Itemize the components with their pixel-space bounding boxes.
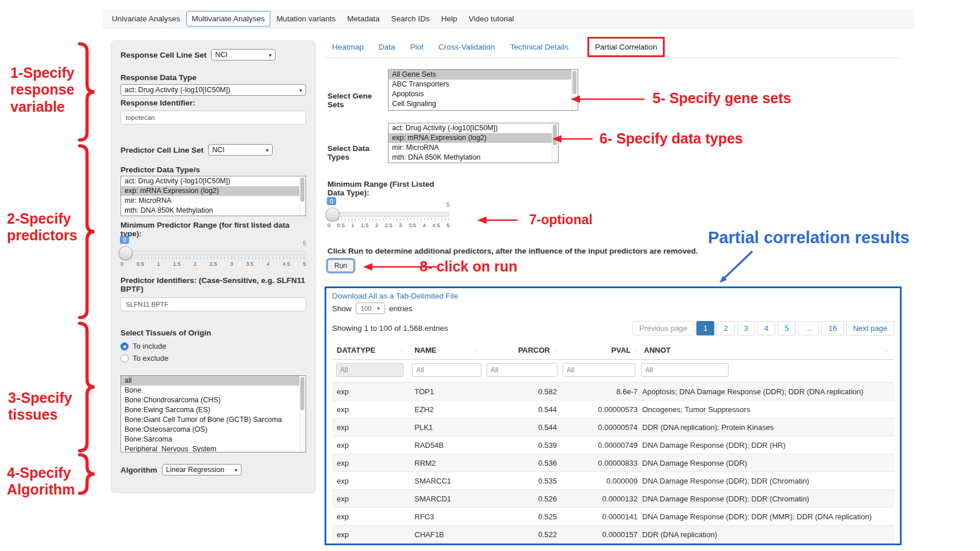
tick-label: 5 — [447, 222, 450, 228]
list-item[interactable]: Bone:Chondrosarcoma (CHS) — [121, 395, 306, 405]
predictor-identifiers-input[interactable] — [120, 297, 306, 311]
table-row[interactable]: exp RAD54B 0.539 0.00000749 DNA Damage R… — [332, 436, 894, 454]
header-pval[interactable]: PVAL↑↓ — [559, 341, 639, 359]
tick-label: 0 — [120, 261, 123, 267]
table-row[interactable]: exp SMARCD1 0.526 0.0000132 DNA Damage R… — [332, 490, 894, 508]
previous-page-button[interactable]: Previous page — [632, 321, 694, 335]
header-annot[interactable]: ANNOT↑↓ — [639, 341, 894, 359]
response-identifier-input[interactable] — [120, 111, 306, 124]
nav-tab-search-ids[interactable]: Search IDs — [385, 11, 435, 27]
sort-icon[interactable]: ↑↓ — [473, 347, 478, 353]
list-item-selected[interactable]: All Gene Sets — [389, 70, 578, 80]
scrollbar[interactable] — [552, 123, 558, 163]
page-button-16[interactable]: 16 — [821, 321, 843, 335]
next-page-button[interactable]: Next page — [846, 321, 894, 335]
table-row[interactable]: exp TOP1 0.582 8.6e-7 Apoptosis; DNA Dam… — [332, 383, 894, 401]
list-item[interactable]: Apoptosis — [389, 89, 578, 99]
cell-pval: 0.00000749 — [559, 441, 639, 450]
slider-handle[interactable] — [119, 246, 133, 260]
page-size-select[interactable]: 100 ▾ — [356, 303, 385, 314]
list-item[interactable]: Bone:Sarcoma — [121, 435, 306, 444]
tab-data[interactable]: Data — [371, 37, 403, 56]
page-button-4[interactable]: 4 — [757, 321, 775, 335]
header-parcor[interactable]: PARCOR↑↓ — [484, 341, 559, 359]
run-button[interactable]: Run — [327, 259, 354, 272]
filter-name-input[interactable] — [412, 363, 481, 377]
nav-tab-multivariate-analyses[interactable]: Multivariate Analyses — [186, 11, 271, 27]
tab-plot[interactable]: Plot — [402, 37, 431, 56]
scrollbar-thumb[interactable] — [553, 124, 557, 145]
list-item[interactable]: Bone:Osteosarcoma (OS) — [121, 425, 306, 435]
scrollbar-thumb[interactable] — [572, 71, 576, 94]
cell-name: RFC3 — [410, 512, 484, 521]
algorithm-select[interactable]: Linear Regression ▾ — [162, 464, 242, 475]
tab-technical-details[interactable]: Technical Details — [503, 37, 576, 56]
list-item[interactable]: mth: DNA 850K Methylation — [389, 153, 558, 163]
list-item[interactable]: Cell Signaling — [389, 99, 578, 109]
page-button-1[interactable]: 1 — [696, 321, 714, 335]
table-row[interactable]: exp RRM2 0.536 0.00000833 DNA Damage Res… — [332, 454, 894, 472]
radio-selected-icon — [120, 342, 129, 350]
filter-parcor-input[interactable] — [487, 363, 557, 377]
page-button-5[interactable]: 5 — [778, 321, 796, 335]
list-item[interactable]: mir: MicroRNA — [121, 196, 306, 206]
slider-handle[interactable] — [326, 207, 340, 221]
filter-datatype-input[interactable] — [336, 363, 404, 377]
tissue-include-label: To include — [133, 342, 167, 350]
nav-tab-metadata[interactable]: Metadata — [341, 11, 385, 27]
nav-tab-univariate-analyses[interactable]: Univariate Analyses — [106, 11, 186, 27]
header-name[interactable]: NAME↑↓ — [410, 341, 484, 359]
response-data-type-select[interactable]: act: Drug Activity (-log10[IC50M]) ▾ — [120, 84, 306, 96]
sort-icon[interactable]: ↑↓ — [553, 347, 557, 353]
sort-icon[interactable]: ↑↓ — [634, 347, 638, 353]
predictor-cell-line-set-select[interactable]: NCI ▾ — [208, 144, 273, 156]
table-row[interactable]: exp RFC3 0.525 0.0000141 DNA Damage Resp… — [332, 508, 894, 526]
list-item[interactable]: Peripheral_Nervous_System — [121, 444, 306, 452]
run-instruction: Click Run to determine additional predic… — [327, 247, 904, 255]
scrollbar[interactable] — [299, 376, 306, 452]
min-range-block: Minimum Range (First Listed Data Type): … — [327, 180, 466, 228]
tab-partial-correlation[interactable]: Partial Correlation — [587, 37, 665, 57]
tissue-exclude-radio[interactable]: To exclude — [120, 354, 306, 363]
tab-heatmap[interactable]: Heatmap — [325, 37, 371, 56]
scrollbar-thumb[interactable] — [300, 377, 304, 410]
list-item[interactable]: ABC Transporters — [389, 80, 578, 89]
filter-annot-input[interactable] — [641, 363, 729, 377]
slider-track[interactable] — [120, 251, 306, 255]
table-row[interactable]: exp CHAF1B 0.522 0.0000157 DDR (DNA repl… — [332, 526, 894, 544]
sort-icon[interactable]: ↑↓ — [884, 347, 888, 353]
scrollbar[interactable] — [299, 176, 306, 216]
download-all-link[interactable]: Download All as a Tab-Delimited File — [332, 292, 894, 300]
list-item[interactable]: act: Drug Activity (-log10[IC50M]) — [389, 123, 558, 133]
nav-tab-video-tutorial[interactable]: Video tutorial — [463, 11, 520, 27]
header-datatype[interactable]: DATATYPE↑↓ — [332, 341, 410, 359]
table-row[interactable]: exp SMARCC1 0.535 0.000009 DNA Damage Re… — [332, 472, 894, 490]
list-item-selected[interactable]: all — [121, 376, 306, 386]
cell-parcor: 0.522 — [484, 530, 559, 539]
list-item[interactable]: mth: DNA 850K Methylation — [121, 206, 306, 216]
list-item[interactable]: Bone:Ewing Sarcoma (ES) — [121, 405, 306, 415]
page-button-3[interactable]: 3 — [737, 321, 755, 335]
response-cell-line-set-select[interactable]: NCI ▾ — [211, 49, 276, 61]
list-item-selected[interactable]: exp: mRNA Expression (log2) — [389, 133, 558, 143]
page-button-2[interactable]: 2 — [717, 321, 734, 335]
list-item[interactable]: Bone — [121, 386, 306, 395]
filter-pval-input[interactable] — [563, 363, 635, 377]
list-item[interactable]: Bone:Giant Cell Tumor of Bone (GCTB) Sar… — [121, 415, 306, 425]
nav-tab-mutation-variants[interactable]: Mutation variants — [270, 11, 341, 27]
slider-track[interactable] — [327, 212, 450, 217]
list-item[interactable]: mir: MicroRNA — [389, 143, 558, 153]
scrollbar-thumb[interactable] — [300, 178, 304, 202]
table-row[interactable]: exp EZH2 0.544 0.00000573 Oncogenes; Tum… — [332, 401, 894, 418]
cell-annot: DDR (DNA replication) — [639, 530, 894, 539]
cell-parcor: 0.526 — [484, 495, 559, 503]
list-item-selected[interactable]: exp: mRNA Expression (log2) — [121, 186, 306, 196]
scrollbar[interactable] — [571, 70, 578, 110]
tissue-include-radio[interactable]: To include — [120, 342, 306, 350]
tab-cross-validation[interactable]: Cross-Validation — [431, 37, 503, 56]
list-item[interactable]: act: Drug Activity (-log10[IC50M]) — [121, 176, 306, 186]
table-row[interactable]: exp PLK1 0.544 0.00000574 DDR (DNA repli… — [332, 418, 894, 436]
sort-icon[interactable]: ↑↓ — [399, 347, 404, 353]
annotation-step6: 6- Specify data types — [600, 130, 743, 147]
nav-tab-help[interactable]: Help — [435, 11, 463, 27]
